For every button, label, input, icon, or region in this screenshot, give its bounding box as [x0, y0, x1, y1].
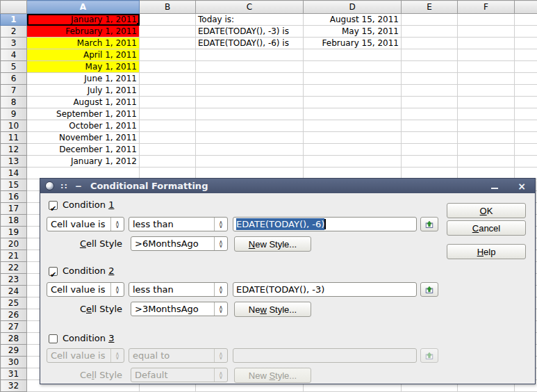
- row-header-12[interactable]: 12: [1, 144, 27, 156]
- row-header-32[interactable]: 32: [1, 380, 27, 392]
- cell-F14[interactable]: [458, 168, 515, 179]
- cell-E7[interactable]: [402, 85, 458, 97]
- cell-D6[interactable]: [304, 73, 402, 85]
- row-header-17[interactable]: 17: [1, 203, 27, 215]
- row-header-30[interactable]: 30: [1, 357, 27, 368]
- cell-A12[interactable]: December 1, 2011: [27, 144, 140, 156]
- column-header-B[interactable]: B: [140, 1, 196, 14]
- cell-C6[interactable]: [196, 73, 304, 85]
- cell-G11[interactable]: [515, 132, 537, 144]
- cell-D1[interactable]: August 15, 2011: [304, 14, 402, 26]
- cell-G4[interactable]: [515, 49, 537, 61]
- cell-D13[interactable]: [304, 156, 402, 168]
- cell-B11[interactable]: [140, 132, 196, 144]
- cell-C13[interactable]: [196, 156, 304, 168]
- ok-button[interactable]: OK: [447, 203, 526, 218]
- cell-F9[interactable]: [458, 108, 515, 120]
- cell-D12[interactable]: [304, 144, 402, 156]
- cell-G5[interactable]: [515, 61, 537, 73]
- cell-C3[interactable]: EDATE(TODAY(), -6) is: [196, 38, 304, 49]
- row-header-22[interactable]: 22: [1, 262, 27, 274]
- condition-1-cell-style-select[interactable]: >6MonthsAgo ∧∨: [131, 236, 228, 251]
- cell-D2[interactable]: May 15, 2011: [304, 26, 402, 38]
- cell-G6[interactable]: [515, 73, 537, 85]
- cell-G10[interactable]: [515, 120, 537, 132]
- cell-B8[interactable]: [140, 97, 196, 108]
- cell-A8[interactable]: August 1, 2011: [27, 97, 140, 108]
- cell-F1[interactable]: [458, 14, 515, 26]
- cell-D7[interactable]: [304, 85, 402, 97]
- cell-A3[interactable]: March 1, 2011: [27, 38, 140, 49]
- close-icon[interactable]: ×: [518, 181, 526, 191]
- cancel-button[interactable]: Cancel: [447, 220, 526, 236]
- condition-1-checkbox[interactable]: ✔: [49, 201, 58, 210]
- cell-F10[interactable]: [458, 120, 515, 132]
- row-header-2[interactable]: 2: [1, 26, 27, 38]
- cell-F8[interactable]: [458, 97, 515, 108]
- column-header-C[interactable]: C: [196, 1, 304, 14]
- help-button[interactable]: Help: [447, 244, 526, 259]
- cell-D14[interactable]: [304, 168, 402, 179]
- cell-C10[interactable]: [196, 120, 304, 132]
- cell-G12[interactable]: [515, 144, 537, 156]
- cell-E9[interactable]: [402, 108, 458, 120]
- row-header-26[interactable]: 26: [1, 309, 27, 321]
- row-header-13[interactable]: 13: [1, 156, 27, 168]
- row-header-9[interactable]: 9: [1, 108, 27, 120]
- cell-E3[interactable]: [402, 38, 458, 49]
- cell-F12[interactable]: [458, 144, 515, 156]
- row-header-1[interactable]: 1: [1, 14, 27, 26]
- cell-C4[interactable]: [196, 49, 304, 61]
- cell-A5[interactable]: May 1, 2011: [27, 61, 140, 73]
- column-header-D[interactable]: D: [304, 1, 402, 14]
- condition-1-formula-input[interactable]: EDATE(TODAY(), -6): [233, 217, 417, 231]
- condition-2-new-style-button[interactable]: New Style...: [234, 302, 311, 317]
- cell-G9[interactable]: [515, 108, 537, 120]
- minimize-icon[interactable]: [491, 183, 498, 190]
- cell-D10[interactable]: [304, 120, 402, 132]
- row-header-8[interactable]: 8: [1, 97, 27, 108]
- cell-E10[interactable]: [402, 120, 458, 132]
- cell-C14[interactable]: [196, 168, 304, 179]
- cell-G2[interactable]: [515, 26, 537, 38]
- cell-E2[interactable]: [402, 26, 458, 38]
- row-header-24[interactable]: 24: [1, 286, 27, 297]
- cell-E4[interactable]: [402, 49, 458, 61]
- cell-E14[interactable]: [402, 168, 458, 179]
- row-header-19[interactable]: 19: [1, 227, 27, 238]
- cell-B14[interactable]: [140, 168, 196, 179]
- row-header-16[interactable]: 16: [1, 191, 27, 203]
- fill-handle[interactable]: [137, 23, 140, 26]
- condition-2-shrink-button[interactable]: [420, 282, 438, 297]
- cell-A9[interactable]: September 1, 2011: [27, 108, 140, 120]
- cell-B2[interactable]: [140, 26, 196, 38]
- condition-2-cell-style-select[interactable]: >3MonthsAgo ∧∨: [131, 302, 228, 316]
- row-header-27[interactable]: 27: [1, 321, 27, 333]
- row-header-25[interactable]: 25: [1, 297, 27, 309]
- cell-G14[interactable]: [515, 168, 537, 179]
- row-header-28[interactable]: 28: [1, 333, 27, 345]
- cell-F13[interactable]: [458, 156, 515, 168]
- row-header-31[interactable]: 31: [1, 368, 27, 380]
- row-header-21[interactable]: 21: [1, 250, 27, 262]
- cell-A7[interactable]: July 1, 2011: [27, 85, 140, 97]
- condition-1-operator-select[interactable]: less than ∧∨: [129, 217, 228, 231]
- cell-F7[interactable]: [458, 85, 515, 97]
- cell-E6[interactable]: [402, 73, 458, 85]
- cell-D3[interactable]: February 15, 2011: [304, 38, 402, 49]
- cell-A4[interactable]: April 1, 2011: [27, 49, 140, 61]
- cell-B13[interactable]: [140, 156, 196, 168]
- column-header-A[interactable]: A: [27, 1, 140, 14]
- cell-C7[interactable]: [196, 85, 304, 97]
- cell-F2[interactable]: [458, 26, 515, 38]
- condition-2-formula-input[interactable]: EDATE(TODAY(), -3): [233, 282, 417, 297]
- cell-E1[interactable]: [402, 14, 458, 26]
- cell-B3[interactable]: [140, 38, 196, 49]
- cell-E13[interactable]: [402, 156, 458, 168]
- sheet-corner[interactable]: [1, 1, 27, 14]
- row-header-3[interactable]: 3: [1, 38, 27, 49]
- cell-C11[interactable]: [196, 132, 304, 144]
- cell-D9[interactable]: [304, 108, 402, 120]
- column-header-E[interactable]: E: [402, 1, 458, 14]
- row-header-6[interactable]: 6: [1, 73, 27, 85]
